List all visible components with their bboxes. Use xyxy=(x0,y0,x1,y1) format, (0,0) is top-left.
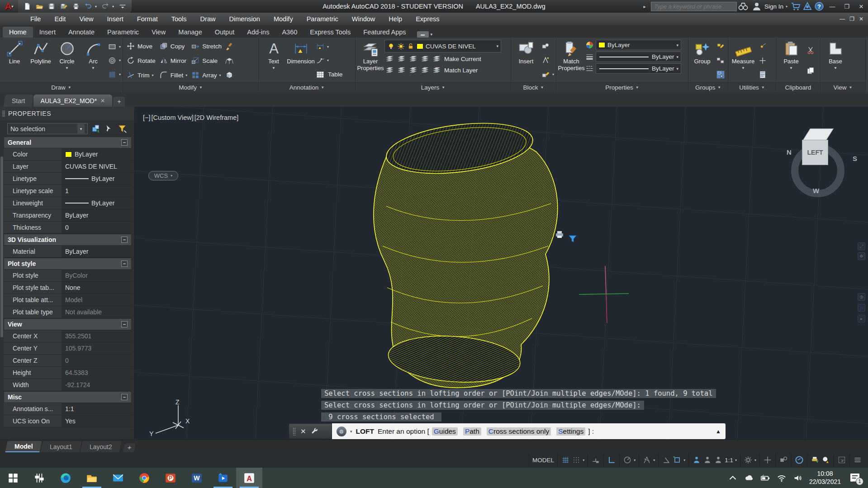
leader-flyout[interactable] xyxy=(315,55,326,66)
text-button[interactable]: AText▼ xyxy=(261,39,287,82)
annotation-monitor-icon[interactable] xyxy=(763,455,772,464)
block-editor-flyout[interactable] xyxy=(540,69,551,80)
command-badge-icon[interactable]: ◍ xyxy=(337,426,346,436)
edge-icon[interactable] xyxy=(52,468,79,488)
navbar-steering-icon[interactable]: ▸ xyxy=(858,315,865,322)
ribbon-tab-output[interactable]: Output xyxy=(209,27,241,38)
property-row-plot-table-att[interactable]: Plot table att...Model xyxy=(4,294,132,306)
layer-properties-button[interactable]: Layer Properties xyxy=(357,39,384,82)
help-icon[interactable]: ? xyxy=(814,1,825,12)
fillet-button[interactable]: Fillet▾ xyxy=(158,68,189,82)
wifi-icon[interactable] xyxy=(777,473,787,483)
property-row-width[interactable]: Width-92.1724 xyxy=(4,379,132,391)
layer-make-current-button[interactable] xyxy=(432,54,441,64)
snap-mode-icon[interactable] xyxy=(572,455,581,464)
panel-label-view[interactable]: View▼ xyxy=(821,82,865,92)
section-collapse-icon[interactable]: − xyxy=(121,261,128,267)
layer-thaw-icon[interactable] xyxy=(397,43,405,50)
match-properties-button[interactable]: Match Properties xyxy=(558,39,584,82)
model-space-button[interactable]: MODEL xyxy=(529,454,557,466)
menu-tools[interactable]: Tools xyxy=(165,13,194,25)
navbar-pan-icon[interactable]: ✥ xyxy=(858,252,865,260)
section-collapse-icon[interactable]: − xyxy=(121,394,128,400)
command-option-guides[interactable]: Guides xyxy=(432,427,458,436)
grid-display-icon[interactable] xyxy=(561,455,570,464)
wcs-dropdown[interactable]: WCS▾ xyxy=(148,171,178,180)
customization-menu-icon[interactable] xyxy=(853,455,862,464)
viewport-visual-style-control[interactable]: [2D Wireframe] xyxy=(194,114,239,121)
layout-tab-layout2[interactable]: Layout2 xyxy=(81,441,122,452)
menu-file[interactable]: File xyxy=(24,13,47,25)
palette-scrollbar[interactable] xyxy=(0,156,3,337)
toggle-pickadd-icon[interactable] xyxy=(91,124,101,134)
ribbon-display-toggle[interactable]: ▬▾ xyxy=(417,31,433,38)
annotation-visibility-icon[interactable] xyxy=(692,455,701,464)
property-row-center-z[interactable]: Center Z0 xyxy=(4,355,132,367)
workspace-switching-button[interactable]: ▾ xyxy=(740,454,759,466)
customization-button[interactable] xyxy=(849,454,865,466)
undo-dropdown-icon[interactable]: ▾ xyxy=(95,5,99,9)
colorwheel-icon[interactable] xyxy=(585,41,594,49)
chrome-icon[interactable] xyxy=(131,468,157,488)
battery-icon[interactable] xyxy=(760,473,770,483)
navbar-orbit-icon[interactable]: ◌ xyxy=(858,304,865,312)
file-explorer-icon[interactable] xyxy=(79,468,105,488)
create-block-button[interactable] xyxy=(540,41,551,52)
command-expand-icon[interactable]: ▲ xyxy=(716,428,721,435)
layer-isolate-button[interactable] xyxy=(396,54,406,64)
ribbon-tab-home[interactable]: Home xyxy=(3,27,33,38)
customize-wrench-icon[interactable] xyxy=(311,427,319,436)
line-button[interactable]: Line xyxy=(2,39,27,82)
section-general[interactable]: General− xyxy=(4,137,132,148)
base-button[interactable]: Base▼ xyxy=(822,39,849,82)
doc-minimize-icon[interactable]: — xyxy=(840,16,845,22)
powerpoint-icon[interactable]: P xyxy=(157,468,184,488)
plot-details-icon[interactable] xyxy=(811,455,820,464)
isometric-drafting-icon[interactable] xyxy=(642,455,651,464)
app-store-cart-icon[interactable] xyxy=(790,1,801,12)
property-row-plot-style[interactable]: Plot styleByColor xyxy=(4,270,132,282)
file-tab-start[interactable]: Start xyxy=(4,95,33,107)
viewcube-top-face[interactable] xyxy=(803,128,834,140)
table-label[interactable]: Table xyxy=(327,71,342,78)
section-view[interactable]: View− xyxy=(4,318,132,330)
ribbon-tab-view[interactable]: View xyxy=(145,27,172,38)
navbar-fullscreen-icon[interactable]: ⤢ xyxy=(858,242,865,250)
object-snap-tracking-icon[interactable] xyxy=(662,455,671,464)
ribbon-tab-manage[interactable]: Manage xyxy=(172,27,208,38)
property-row-transparency[interactable]: TransparencyByLayer xyxy=(4,209,132,222)
command-dock-handle[interactable]: ✕ xyxy=(289,423,332,439)
redo-button[interactable] xyxy=(100,1,111,11)
plot-style-badge-icon[interactable] xyxy=(555,230,564,239)
viewcube[interactable]: N S W LEFT xyxy=(787,125,855,197)
property-row-lineweight[interactable]: LineweightByLayer xyxy=(4,197,132,209)
grid-snap-group[interactable]: ▾ xyxy=(557,454,588,466)
sign-in-button[interactable]: Sign In ▾ xyxy=(749,1,789,12)
property-row-center-x[interactable]: Center X355.2501 xyxy=(4,330,132,342)
mail-icon[interactable] xyxy=(105,468,131,488)
cut-clip-button[interactable] xyxy=(805,45,816,56)
ltype-icon[interactable] xyxy=(585,64,594,73)
menu-insert[interactable]: Insert xyxy=(100,13,130,25)
filter-badge-icon[interactable] xyxy=(568,234,578,243)
system-clock[interactable]: 10:0822/03/2021 xyxy=(809,470,841,486)
id-point-button[interactable] xyxy=(757,41,768,52)
layout-tab-layout1[interactable]: Layout1 xyxy=(41,441,82,452)
point-button[interactable] xyxy=(757,55,768,66)
drag-grip-icon[interactable] xyxy=(293,427,296,436)
property-row-annotation-s[interactable]: Annotation s...1:1 xyxy=(4,403,132,415)
object-snap-icon[interactable] xyxy=(673,455,682,464)
panel-label-draw[interactable]: Draw▼ xyxy=(0,82,123,92)
annotation-group[interactable]: 1:1▾ xyxy=(688,454,740,466)
autocad-logo-icon[interactable]: A▾ xyxy=(0,0,18,13)
scale-button[interactable]: Scale xyxy=(190,53,223,68)
ribbon-tab-annotate[interactable]: Annotate xyxy=(62,27,101,38)
undo-button[interactable] xyxy=(83,1,94,11)
command-close-icon[interactable]: ✕ xyxy=(300,427,306,436)
linetype-dropdown[interactable]: ByLayer▾ xyxy=(596,63,681,74)
navbar-zoom-icon[interactable]: ⊕ xyxy=(858,293,865,301)
annotation-scale-icon[interactable] xyxy=(714,455,723,464)
layer-merge-button[interactable] xyxy=(432,65,441,75)
select-objects-icon[interactable] xyxy=(104,124,114,134)
ribbon-tab-featured-apps[interactable]: Featured Apps xyxy=(357,27,412,38)
